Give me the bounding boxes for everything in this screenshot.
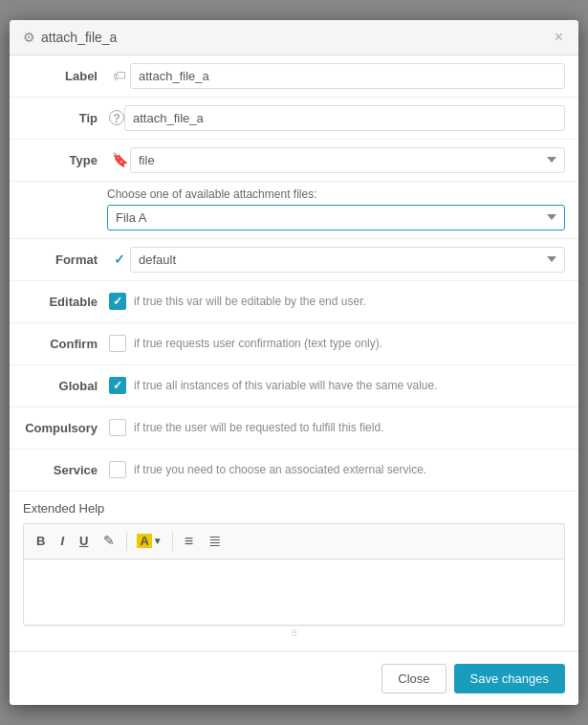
- service-field-label: Service: [23, 463, 109, 477]
- editor-resize-handle[interactable]: ⠿: [23, 626, 565, 641]
- type-field-label: Type: [23, 153, 109, 167]
- compulsory-checkbox[interactable]: [109, 419, 126, 436]
- highlight-caret-icon: ▼: [153, 536, 163, 546]
- editor-toolbar: B I U ✎ A ▼ ≡ ≣: [23, 523, 565, 559]
- gear-icon: ⚙: [23, 30, 35, 45]
- close-button[interactable]: Close: [381, 664, 446, 693]
- bold-button[interactable]: B: [30, 530, 52, 553]
- modal-title-container: ⚙ attach_file_a: [23, 30, 117, 45]
- editable-row: Editable if true this var will be editab…: [10, 281, 578, 323]
- service-checkbox[interactable]: [109, 461, 126, 478]
- tip-help-icon: ?: [109, 110, 124, 125]
- toolbar-separator-2: [172, 532, 173, 551]
- editor-content-area[interactable]: [23, 559, 565, 626]
- confirm-description: if true requests user confirmation (text…: [134, 337, 382, 350]
- confirm-checkbox-row: if true requests user confirmation (text…: [109, 335, 382, 352]
- label-tag-icon: 🏷: [109, 68, 130, 83]
- format-check-icon: ✓: [109, 252, 130, 267]
- attachment-select[interactable]: Fila A: [107, 205, 565, 231]
- global-description: if true all instances of this variable w…: [134, 379, 438, 392]
- save-changes-button[interactable]: Save changes: [454, 664, 565, 693]
- extended-help-section: Extended Help B I U ✎ A ▼ ≡ ≣ ⠿: [10, 492, 578, 651]
- label-field-label: Label: [23, 69, 109, 83]
- compulsory-field-label: Compulsory: [23, 421, 109, 435]
- type-row: Type 🔖 file: [10, 140, 578, 182]
- ordered-list-button[interactable]: ≣: [202, 528, 228, 555]
- underline-button[interactable]: U: [73, 530, 95, 553]
- label-input[interactable]: [130, 63, 565, 89]
- confirm-checkbox[interactable]: [109, 335, 126, 352]
- modal-header: ⚙ attach_file_a ×: [10, 20, 578, 55]
- italic-button[interactable]: I: [54, 530, 71, 553]
- global-checkbox[interactable]: [109, 377, 126, 394]
- modal-footer: Close Save changes: [10, 651, 578, 705]
- editable-description: if true this var will be editable by the…: [134, 295, 366, 308]
- confirm-field-label: Confirm: [23, 337, 109, 351]
- modal-close-button[interactable]: ×: [553, 30, 565, 45]
- global-checkbox-row: if true all instances of this variable w…: [109, 377, 438, 394]
- format-field-label: Format: [23, 253, 109, 267]
- global-row: Global if true all instances of this var…: [10, 365, 578, 407]
- modal-body: Label 🏷 Tip ? Type 🔖 file Choose one of …: [10, 55, 578, 651]
- modal-dialog: ⚙ attach_file_a × Label 🏷 Tip ? Type 🔖 f…: [10, 20, 578, 705]
- format-select[interactable]: default: [130, 247, 565, 273]
- editable-checkbox-row: if true this var will be editable by the…: [109, 293, 366, 310]
- confirm-row: Confirm if true requests user confirmati…: [10, 323, 578, 365]
- highlight-button[interactable]: A ▼: [132, 531, 166, 551]
- editable-field-label: Editable: [23, 295, 109, 309]
- service-description: if true you need to choose an associated…: [134, 463, 426, 476]
- attachment-label-text: Choose one of available attachment files…: [107, 187, 565, 201]
- label-row: Label 🏷: [10, 55, 578, 98]
- format-row: Format ✓ default: [10, 239, 578, 281]
- toolbar-separator-1: [126, 532, 127, 551]
- unordered-list-button[interactable]: ≡: [178, 528, 200, 555]
- tip-field-label: Tip: [23, 111, 109, 125]
- global-field-label: Global: [23, 379, 109, 393]
- highlight-icon: A: [137, 534, 151, 548]
- compulsory-description: if true the user will be requested to fu…: [134, 421, 383, 434]
- modal-title: attach_file_a: [41, 30, 117, 45]
- compulsory-checkbox-row: if true the user will be requested to fu…: [109, 419, 383, 436]
- type-select[interactable]: file: [130, 147, 565, 173]
- eraser-button[interactable]: ✎: [97, 529, 121, 554]
- tip-row: Tip ?: [10, 98, 578, 140]
- service-checkbox-row: if true you need to choose an associated…: [109, 461, 426, 478]
- attachment-section: Choose one of available attachment files…: [10, 182, 578, 239]
- type-bookmark-icon: 🔖: [109, 152, 130, 167]
- compulsory-row: Compulsory if true the user will be requ…: [10, 407, 578, 450]
- editable-checkbox[interactable]: [109, 293, 126, 310]
- service-row: Service if true you need to choose an as…: [10, 450, 578, 492]
- tip-input[interactable]: [124, 105, 565, 131]
- extended-help-title: Extended Help: [23, 501, 565, 516]
